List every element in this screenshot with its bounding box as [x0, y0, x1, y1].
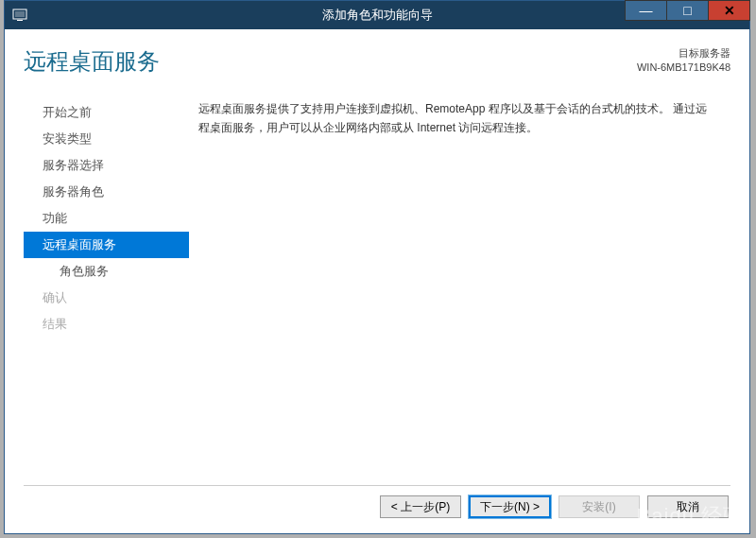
sidebar-item-results: 结果: [24, 311, 189, 338]
sidebar-item-install-type[interactable]: 安装类型: [24, 126, 189, 152]
close-button[interactable]: ✕: [708, 0, 750, 21]
sidebar-item-server-selection[interactable]: 服务器选择: [24, 152, 189, 179]
content-area: 远程桌面服务 目标服务器 WIN-6MB171B9K48 开始之前 安装类型 服…: [5, 29, 749, 533]
sidebar: 开始之前 安装类型 服务器选择 服务器角色 功能 远程桌面服务 角色服务 确认 …: [24, 99, 189, 338]
next-button[interactable]: 下一步(N) >: [469, 495, 551, 518]
window-title: 添加角色和功能向导: [322, 7, 433, 24]
cancel-button[interactable]: 取消: [647, 495, 729, 518]
app-icon: [12, 8, 27, 23]
svg-rect-1: [15, 11, 25, 17]
sidebar-item-before-you-begin[interactable]: 开始之前: [24, 99, 189, 126]
wizard-window: 添加角色和功能向导 — □ ✕ 远程桌面服务 目标服务器 WIN-6MB171B…: [4, 0, 750, 534]
minimize-button[interactable]: —: [625, 0, 667, 21]
titlebar: 添加角色和功能向导 — □ ✕: [5, 1, 749, 29]
description-text: 远程桌面服务提供了支持用户连接到虚拟机、RemoteApp 程序以及基于会话的台…: [189, 99, 730, 338]
main-body: 开始之前 安装类型 服务器选择 服务器角色 功能 远程桌面服务 角色服务 确认 …: [24, 99, 730, 338]
sidebar-item-confirm: 确认: [24, 285, 189, 311]
target-server-label: 目标服务器: [637, 46, 730, 61]
install-button: 安装(I): [558, 495, 640, 518]
svg-rect-2: [17, 20, 23, 21]
page-header: 远程桌面服务 目标服务器 WIN-6MB171B9K48: [24, 46, 730, 88]
page-title: 远程桌面服务: [24, 46, 160, 77]
sidebar-item-features[interactable]: 功能: [24, 205, 189, 232]
target-server: 目标服务器 WIN-6MB171B9K48: [637, 46, 730, 76]
divider: [24, 485, 730, 486]
sidebar-item-rds[interactable]: 远程桌面服务: [24, 232, 189, 258]
sidebar-item-server-roles[interactable]: 服务器角色: [24, 179, 189, 205]
sidebar-item-role-services[interactable]: 角色服务: [24, 258, 189, 285]
button-row: < 上一步(P) 下一步(N) > 安装(I) 取消: [380, 495, 729, 518]
maximize-button[interactable]: □: [666, 0, 709, 21]
target-server-name: WIN-6MB171B9K48: [637, 61, 730, 75]
window-controls: — □ ✕: [625, 1, 749, 29]
previous-button[interactable]: < 上一步(P): [380, 495, 461, 518]
